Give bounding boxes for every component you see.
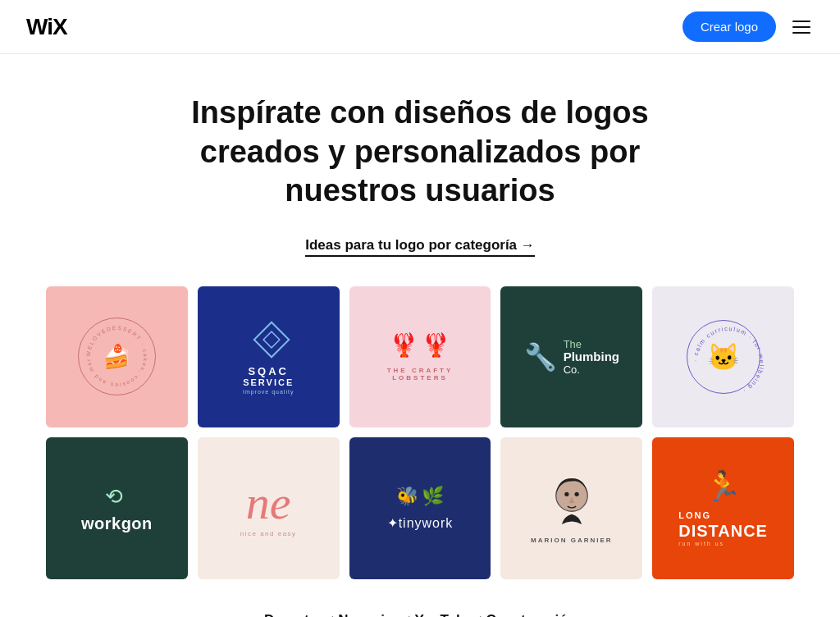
logo-grid: WELOVEDESSERT · cakes, cookies and more …: [46, 286, 794, 580]
logo-tile-sqac[interactable]: SQAC SERVICE Improve quality: [198, 286, 340, 428]
logo-tile-welovedessert[interactable]: WELOVEDESSERT · cakes, cookies and more …: [46, 286, 188, 428]
header-actions: Crear logo: [682, 11, 814, 42]
logo-tile-ne[interactable]: ne nice and easy: [198, 437, 340, 579]
svg-text:· calm curriculum · for wellbe: · calm curriculum · for wellbeing ·: [692, 325, 765, 395]
logo-tile-tinywork[interactable]: 🐝 🌿 ✦tinywork: [349, 437, 491, 579]
svg-rect-2: [263, 331, 280, 348]
category-tags: Deportes / Negocios / YouTube / Construc…: [46, 612, 794, 617]
wix-logo[interactable]: WiX: [26, 14, 67, 40]
category-negocios[interactable]: Negocios: [338, 612, 401, 617]
logo-tile-calmcurriculum[interactable]: · calm curriculum · for wellbeing · 🐱: [652, 286, 794, 428]
hero-title: Inspírate con diseños de logos creados y…: [174, 94, 666, 211]
category-construccion[interactable]: Construcción: [486, 612, 577, 617]
svg-text:WELOVEDESSERT · cakes, cookies: WELOVEDESSERT · cakes, cookies and more …: [79, 318, 148, 388]
svg-point-5: [564, 492, 568, 496]
category-link[interactable]: Ideas para tu logo por categoría →: [305, 237, 535, 257]
category-row-1: Deportes / Negocios / YouTube / Construc…: [46, 612, 794, 617]
crear-logo-button[interactable]: Crear logo: [682, 11, 776, 42]
logo-tile-longdistance[interactable]: 🏃 LONG DISTANCE run with us: [652, 437, 794, 579]
category-deportes[interactable]: Deportes: [264, 612, 325, 617]
category-youtube[interactable]: YouTube: [415, 612, 472, 617]
logo-tile-craftylobsters[interactable]: 🦞 🦞 THE CRAFTY LOBSTERS: [349, 286, 491, 428]
svg-point-6: [574, 492, 578, 496]
svg-rect-1: [254, 322, 289, 357]
separator-2: /: [406, 614, 410, 617]
logo-tile-plumbing[interactable]: 🔧 The Plumbing Co.: [500, 286, 642, 428]
separator-1: /: [330, 614, 334, 617]
logo-tile-workgon[interactable]: ⟲ workgon: [46, 437, 188, 579]
separator-3: /: [477, 614, 482, 617]
hamburger-menu-button[interactable]: [789, 17, 814, 37]
logo-tile-mariongarnier[interactable]: MARION GARNIER: [500, 437, 642, 579]
